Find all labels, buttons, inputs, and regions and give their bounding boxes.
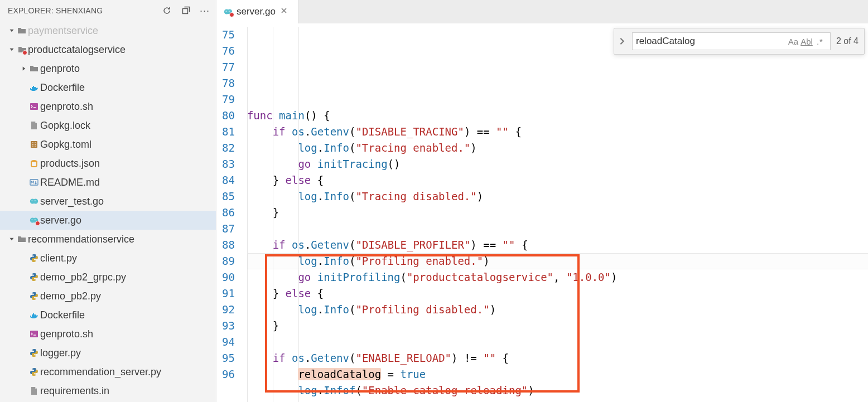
editor-tabs: server.go	[216, 0, 868, 23]
code-line[interactable]: } else {	[247, 172, 868, 188]
svg-point-20	[32, 350, 33, 351]
svg-rect-0	[183, 9, 188, 14]
tree-item-products.json[interactable]: products.json	[0, 154, 216, 173]
svg-point-3	[31, 160, 37, 162]
tree-item-label: Gopkg.toml	[40, 139, 91, 151]
code-line[interactable]: log.Infof("Enable catalog reloading")	[247, 382, 868, 399]
code-line[interactable]	[247, 334, 868, 350]
tree-item-label: demo_pb2_grpc.py	[40, 272, 126, 283]
tree-item-label: README.md	[40, 177, 100, 188]
tree-item-label: logger.py	[40, 347, 81, 359]
tree-item-demo_pb2_grpc.py[interactable]: demo_pb2_grpc.py	[0, 268, 216, 287]
code-line[interactable]: if os.Getenv("DISABLE_TRACING") == "" {	[247, 124, 868, 140]
code-line[interactable]: }	[247, 205, 868, 221]
code-line[interactable]: log.Info("Profiling enabled.")	[247, 253, 868, 269]
code-line[interactable]: } else {	[247, 285, 868, 302]
line-number: 94	[222, 334, 235, 350]
svg-point-15	[32, 274, 33, 275]
code-line[interactable]: reloadCatalog = true	[247, 366, 868, 382]
tree-item-genproto.sh[interactable]: genproto.sh	[0, 97, 216, 116]
code-line[interactable]: log.Info("Profiling disabled.")	[247, 302, 868, 318]
tree-item-demo_pb2.py[interactable]: demo_pb2.py	[0, 287, 216, 306]
line-number: 87	[222, 221, 235, 237]
tree-item-client.py[interactable]: client.py	[0, 249, 216, 268]
svg-point-18	[35, 298, 36, 299]
tree-item-server.go[interactable]: server.go	[0, 211, 216, 230]
collapse-all-icon[interactable]	[180, 5, 191, 16]
twisty-icon[interactable]	[20, 64, 28, 73]
tree-item-Dockerfile2[interactable]: Dockerfile	[0, 306, 216, 324]
tree-item-README.md[interactable]: README.md	[0, 173, 216, 192]
tree-item-productcatalogservice[interactable]: productcatalogservice	[0, 40, 216, 59]
tree-item-label: server.go	[40, 215, 81, 226]
file-tree: paymentserviceproductcatalogservicegenpr…	[0, 21, 216, 402]
editor-pane: server.go Aa Abl .* 2 of 4	[216, 0, 868, 402]
code-line[interactable]: } else {	[247, 399, 868, 402]
svg-point-13	[32, 255, 33, 256]
code-line[interactable]: log.Info("Tracing enabled.")	[247, 140, 868, 156]
tree-item-paymentservice[interactable]: paymentservice	[0, 21, 216, 40]
code-line[interactable]: log.Info("Tracing disabled.")	[247, 188, 868, 205]
tree-item-label: Gopkg.lock	[40, 120, 90, 132]
tree-item-logger.py[interactable]: logger.py	[0, 343, 216, 362]
twisty-icon[interactable]	[8, 26, 16, 35]
svg-rect-19	[30, 331, 38, 337]
tree-item-genproto.sh2[interactable]: genproto.sh	[0, 324, 216, 343]
code-area[interactable]: func main() { if os.Getenv("DISABLE_TRAC…	[247, 27, 868, 402]
more-icon[interactable]: ···	[199, 5, 210, 16]
line-number: 77	[222, 59, 235, 75]
tree-item-requirements.in[interactable]: requirements.in	[0, 381, 216, 400]
code-line[interactable]: if os.Getenv("ENABLE_RELOAD") != "" {	[247, 350, 868, 366]
line-number: 80	[222, 108, 235, 124]
code-line[interactable]: }	[247, 318, 868, 334]
go-file-icon	[223, 7, 233, 16]
line-number: 95	[222, 350, 235, 366]
py-icon	[28, 254, 40, 263]
twisty-icon[interactable]	[8, 45, 16, 54]
editor-body[interactable]: Aa Abl .* 2 of 4 75767778798081828384858…	[216, 23, 868, 402]
tree-item-label: paymentservice	[28, 25, 98, 37]
refresh-icon[interactable]	[161, 5, 172, 16]
line-number: 91	[222, 285, 235, 302]
go-icon	[28, 216, 40, 225]
md-icon	[28, 178, 40, 187]
line-number: 88	[222, 237, 235, 253]
tree-item-label: client.py	[40, 253, 77, 264]
tab-server-go[interactable]: server.go	[216, 0, 298, 23]
code-line[interactable]: func main() {	[247, 108, 868, 124]
tree-item-recommendationservice[interactable]: recommendationservice	[0, 230, 216, 249]
svg-point-11	[32, 219, 33, 220]
line-number: 92	[222, 302, 235, 318]
tree-item-label: demo_pb2.py	[40, 290, 101, 302]
svg-point-27	[229, 11, 230, 12]
tree-item-label: recommendation_server.py	[40, 366, 161, 378]
svg-point-16	[35, 279, 36, 280]
tree-item-server_test.go[interactable]: server_test.go	[0, 192, 216, 211]
tree-item-genproto[interactable]: genproto	[0, 59, 216, 78]
py-icon	[28, 273, 40, 282]
svg-rect-2	[31, 141, 37, 148]
line-number: 84	[222, 172, 235, 188]
svg-rect-1	[30, 103, 38, 110]
tree-item-label: products.json	[40, 158, 100, 169]
sh-icon	[28, 102, 40, 111]
code-line[interactable]	[247, 221, 868, 237]
code-line[interactable]: if os.Getenv("DISABLE_PROFILER") == "" {	[247, 237, 868, 253]
folder-icon	[16, 45, 28, 54]
tab-close-icon[interactable]	[279, 5, 289, 18]
tab-label: server.go	[237, 6, 276, 17]
code-line[interactable]: go initProfiling("productcatalogservice"…	[247, 269, 868, 285]
twisty-icon[interactable]	[8, 235, 16, 244]
docker-icon	[28, 311, 40, 319]
line-number: 75	[222, 27, 235, 43]
tree-item-label: server_test.go	[40, 196, 104, 207]
tree-item-Gopkg.toml[interactable]: Gopkg.toml	[0, 135, 216, 154]
svg-point-6	[33, 199, 38, 204]
tree-item-Gopkg.lock[interactable]: Gopkg.lock	[0, 116, 216, 135]
tree-item-label: genproto	[40, 63, 80, 75]
tree-item-recommendation_server.py[interactable]: recommendation_server.py	[0, 362, 216, 381]
tree-item-Dockerfile1[interactable]: Dockerfile	[0, 78, 216, 97]
svg-point-23	[35, 374, 36, 375]
line-number: 81	[222, 124, 235, 140]
code-line[interactable]: go initTracing()	[247, 156, 868, 172]
